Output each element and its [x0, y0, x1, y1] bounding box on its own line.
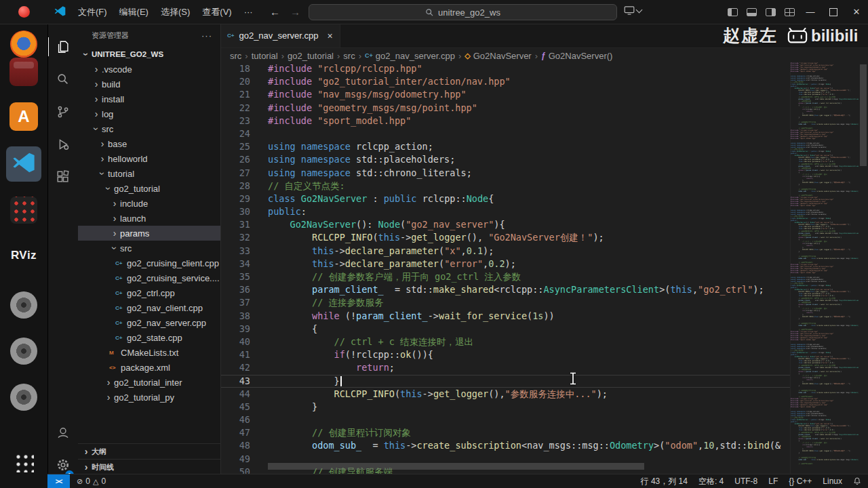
tree-item-go2_tutorial[interactable]: ›go2_tutorial: [78, 181, 220, 196]
breadcrumb-src[interactable]: src: [230, 51, 241, 61]
tab-close-icon[interactable]: ×: [328, 30, 333, 41]
record-indicator-icon[interactable]: [18, 6, 30, 18]
tree-item-go2_state.cpp[interactable]: C+go2_state.cpp: [78, 330, 220, 345]
code-line-25[interactable]: 25using namespace rclcpp_action;: [220, 140, 790, 153]
breadcrumb-src[interactable]: src: [343, 51, 355, 61]
code-line-35[interactable]: 35 // 创建参数客户端，用于向 go2_ctrl 注入参数: [220, 270, 790, 283]
forward-arrow-icon[interactable]: →: [290, 6, 300, 18]
source-control-icon[interactable]: [47, 96, 78, 127]
tree-item-helloworld[interactable]: ›helloworld: [78, 151, 220, 166]
remote-icon[interactable]: ><: [47, 474, 70, 488]
tree-item-go2_tutorial_inter[interactable]: ›go2_tutorial_inter: [78, 375, 220, 390]
tree-item-CMakeLists.txt[interactable]: MCMakeLists.txt: [78, 345, 220, 360]
workspace-root[interactable]: › UNITREE_GO2_WS: [78, 47, 220, 62]
menu-item[interactable]: 编辑(E): [113, 0, 155, 24]
code-line-32[interactable]: 32 RCLCPP_INFO(this->get_logger(), "Go2N…: [220, 231, 790, 244]
back-arrow-icon[interactable]: ←: [270, 6, 280, 18]
code-line-18[interactable]: 18#include "rclcpp/rclcpp.hpp": [220, 62, 790, 75]
code-line-29[interactable]: 29class Go2NavServer : public rclcpp::No…: [220, 192, 790, 205]
more-actions-icon[interactable]: ···: [201, 30, 212, 41]
problems-indicator[interactable]: ⊘ 0 △ 0: [77, 476, 106, 486]
code-line-43[interactable]: 43 }: [220, 375, 790, 388]
close-icon[interactable]: ✕: [845, 0, 868, 24]
code-line-48[interactable]: 48 odom_sub_ = this->create_subscription…: [220, 439, 790, 452]
minimize-icon[interactable]: —: [799, 0, 822, 24]
breadcrumb-Go2NavServer()[interactable]: ƒGo2NavServer(): [541, 51, 612, 61]
code-line-37[interactable]: 37 // 连接参数服务: [220, 296, 790, 309]
layout-panel-icon[interactable]: [742, 8, 761, 16]
layout-sidebar-right-icon[interactable]: [761, 8, 780, 16]
code-line-23[interactable]: 23#include "sport_model.hpp": [220, 115, 790, 127]
vscode-icon[interactable]: [0, 146, 47, 182]
tree-item-base[interactable]: ›base: [78, 136, 220, 151]
monitor-icon[interactable]: [624, 5, 642, 16]
code-line-36[interactable]: 36 param_client_ = std::make_shared<rclc…: [220, 283, 790, 296]
code-line-24[interactable]: 24: [220, 127, 790, 140]
status-item[interactable]: 空格: 4: [698, 476, 724, 487]
tree-item-.vscode[interactable]: ›.vscode: [78, 62, 220, 77]
code-line-20[interactable]: 20#include "go2_tutorial_inter/action/na…: [220, 75, 790, 88]
code-line-28[interactable]: 28// 自定义节点类:: [220, 180, 790, 192]
code-line-39[interactable]: 39 {: [220, 323, 790, 336]
tree-item-install[interactable]: ›install: [78, 92, 220, 106]
code-line-22[interactable]: 22#include "geometry_msgs/msg/point.hpp": [220, 102, 790, 115]
code-line-46[interactable]: 46: [220, 413, 790, 426]
breadcrumb-Go2NavServer[interactable]: ◇Go2NavServer: [465, 51, 531, 61]
code-line-34[interactable]: 34 this->declare_parameter("error",0.2);: [220, 258, 790, 270]
firefox-icon[interactable]: [0, 30, 47, 58]
horizontal-scrollbar[interactable]: [268, 463, 644, 470]
menu-item[interactable]: 文件(F): [72, 0, 113, 24]
tree-item-src[interactable]: ›src: [78, 121, 220, 136]
code-line-42[interactable]: 42 return;: [220, 361, 790, 374]
tree-item-go2_cruising_service....[interactable]: C+go2_cruising_service....: [78, 270, 220, 285]
extensions-icon[interactable]: [47, 161, 78, 192]
sidebar-section-时间线[interactable]: ›时间线: [78, 459, 220, 474]
tree-item-package.xml[interactable]: <>package.xml: [78, 360, 220, 375]
menu-item[interactable]: 查看(V): [196, 0, 237, 24]
status-item[interactable]: LF: [768, 476, 778, 486]
code-line-21[interactable]: 21#include "nav_msgs/msg/odometry.hpp": [220, 88, 790, 101]
code-line-38[interactable]: 38 while (!param_client_->wait_for_servi…: [220, 310, 790, 323]
red-app-icon[interactable]: [0, 58, 47, 86]
sidebar-section-大纲[interactable]: ›大纲: [78, 443, 220, 459]
tree-item-include[interactable]: ›include: [78, 196, 220, 211]
tree-item-go2_ctrl.cpp[interactable]: C+go2_ctrl.cpp: [78, 285, 220, 300]
tree-item-src[interactable]: ›src: [78, 241, 220, 256]
red-grid-app-icon[interactable]: [0, 197, 47, 224]
lens-app-icon[interactable]: [0, 384, 47, 411]
code-line-41[interactable]: 41 if(!rclcpp::ok()){: [220, 348, 790, 361]
status-item[interactable]: 行 43，列 14: [641, 476, 688, 487]
maximize-icon[interactable]: [822, 0, 845, 24]
search-icon[interactable]: [47, 64, 78, 95]
tree-item-launch[interactable]: ›launch: [78, 211, 220, 226]
code-line-47[interactable]: 47 // 创建里程计订阅对象: [220, 426, 790, 439]
explorer-icon[interactable]: [47, 31, 78, 62]
code-line-44[interactable]: 44 RCLCPP_INFO(this->get_logger(),"参数服务连…: [220, 388, 790, 401]
show-applications-icon[interactable]: [0, 452, 47, 472]
minimap[interactable]: #include "rclcpp/rclcpp.hpp"#include "go…: [790, 62, 859, 474]
bell-icon[interactable]: [853, 476, 861, 486]
account-icon[interactable]: [47, 417, 78, 448]
tree-item-go2_nav_server.cpp[interactable]: C+go2_nav_server.cpp: [78, 315, 220, 330]
lens-app-icon[interactable]: [0, 338, 47, 365]
breadcrumb-go2_nav_server.cpp[interactable]: C+go2_nav_server.cpp: [365, 51, 455, 61]
code-line-27[interactable]: 27using namespace std::chrono_literals;: [220, 167, 790, 180]
tree-item-go2_tutorial_py[interactable]: ›go2_tutorial_py: [78, 390, 220, 405]
breadcrumb-go2_tutorial[interactable]: go2_tutorial: [288, 51, 334, 61]
code-line-26[interactable]: 26using namespace std::placeholders;: [220, 153, 790, 166]
layout-sidebar-left-icon[interactable]: [723, 8, 742, 16]
status-item[interactable]: UTF-8: [734, 476, 757, 486]
layout-customize-icon[interactable]: [780, 8, 799, 16]
menu-item[interactable]: ···: [238, 0, 259, 24]
tree-item-tutorial[interactable]: ›tutorial: [78, 166, 220, 181]
code-line-30[interactable]: 30public:: [220, 205, 790, 218]
status-item[interactable]: {} C++: [789, 476, 812, 486]
code-line-45[interactable]: 45 }: [220, 401, 790, 413]
orange-a-app-icon[interactable]: A: [0, 102, 47, 131]
breadcrumb-tutorial[interactable]: tutorial: [252, 51, 278, 61]
lens-app-icon[interactable]: [0, 291, 47, 319]
tree-item-params[interactable]: ›params: [78, 226, 220, 241]
code-line-33[interactable]: 33 this->declare_parameter("x",0.1);: [220, 245, 790, 258]
code-line-31[interactable]: 31 Go2NavServer(): Node("go2_nav_server"…: [220, 218, 790, 231]
tree-item-go2_cruising_client.cpp[interactable]: C+go2_cruising_client.cpp: [78, 256, 220, 270]
